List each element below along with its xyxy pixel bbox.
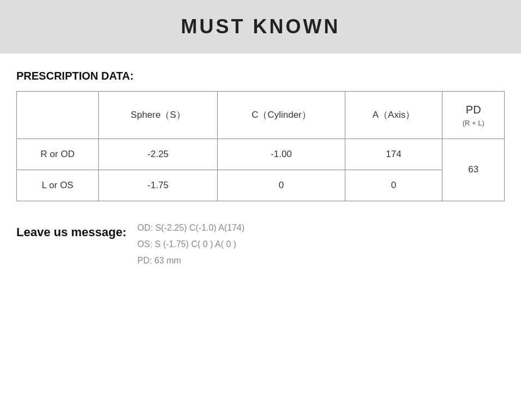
message-line-od: OD: S(-2.25) C(-1.0) A(174) [137,223,245,233]
table-row: L or OS -1.75 0 0 [17,170,505,201]
prescription-table: Sphere（S） C（Cylinder） A（Axis） PD (R + L)… [16,91,505,201]
cell-axis-os: 0 [345,170,442,201]
col-sphere: Sphere（S） [99,92,218,139]
cell-cylinder-od: -1.00 [218,139,345,170]
page-title: MUST KNOWN [181,15,340,38]
message-details: OD: S(-2.25) C(-1.0) A(174) OS: S (-1.75… [137,223,245,266]
header-bar: MUST KNOWN [0,0,521,53]
cell-sphere-od: -2.25 [99,139,218,170]
col-cylinder: C（Cylinder） [218,92,345,139]
cell-axis-od: 174 [345,139,442,170]
leave-label: Leave us message: [16,225,127,239]
cell-cylinder-os: 0 [218,170,345,201]
message-line-pd: PD: 63 mm [137,256,245,266]
col-axis: A（Axis） [345,92,442,139]
cell-sphere-os: -1.75 [99,170,218,201]
leave-message-section: Leave us message: OD: S(-2.25) C(-1.0) A… [16,223,505,266]
pd-sublabel: (R + L) [449,118,498,129]
row-label-od: R or OD [17,139,99,170]
cell-pd-combined: 63 [442,139,505,201]
col-pd: PD (R + L) [442,92,505,139]
table-header-row: Sphere（S） C（Cylinder） A（Axis） PD (R + L) [17,92,505,139]
row-label-os: L or OS [17,170,99,201]
table-row: R or OD -2.25 -1.00 174 63 [17,139,505,170]
pd-label: PD [449,101,498,118]
message-line-os: OS: S (-1.75) C( 0 ) A( 0 ) [137,239,245,249]
section-label: PRESCRIPTION DATA: [16,70,505,82]
col-empty [17,92,99,139]
